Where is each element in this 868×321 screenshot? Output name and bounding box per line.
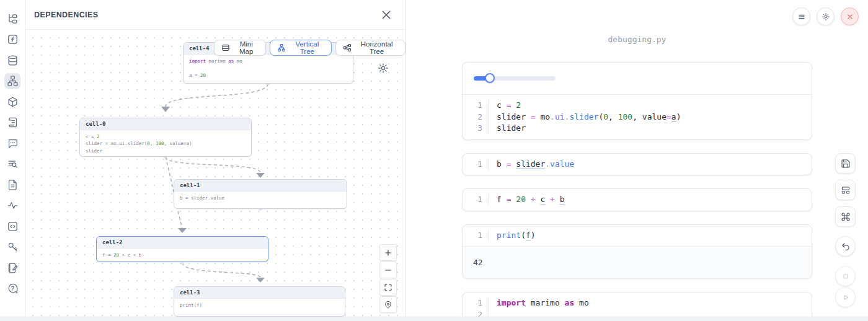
plus-icon xyxy=(384,248,392,257)
cell-editor[interactable]: 1c = 22slider = mo.ui.slider(0, 100, val… xyxy=(463,95,812,139)
sidebar-item-documentation[interactable] xyxy=(4,177,20,193)
arrowhead-icon xyxy=(178,228,187,233)
layout-button[interactable] xyxy=(835,180,856,200)
cell-editor[interactable]: 1f = 20 + c + b xyxy=(463,189,812,211)
gear-icon xyxy=(822,12,830,21)
code-line: slider xyxy=(86,147,246,154)
notebook-menu-button[interactable] xyxy=(792,7,810,25)
graph-settings-button[interactable] xyxy=(378,63,389,74)
zoom-in-button[interactable] xyxy=(379,244,397,261)
graph-node-code: c = 2slider = mo.ui.slider(0, 100, value… xyxy=(80,130,251,157)
slider-widget[interactable] xyxy=(474,76,556,81)
cell-editor[interactable]: 1print(f) xyxy=(463,225,812,247)
sidebar-item-scratchpad[interactable] xyxy=(4,260,20,276)
graph-node-cell-3[interactable]: cell-3print(f) xyxy=(174,286,345,317)
stop-icon xyxy=(841,271,851,281)
sidebar-item-functions[interactable] xyxy=(4,32,20,48)
view-button-horizontal-tree[interactable]: Horizontal Tree xyxy=(335,40,405,56)
code-line: f = 20 + c + b xyxy=(102,252,262,258)
cell-editor[interactable]: 1b = slider.value xyxy=(463,154,812,175)
horizontal-tree-icon xyxy=(343,43,352,52)
fit-view-button[interactable] xyxy=(379,279,397,296)
sidebar-item-help[interactable] xyxy=(4,281,20,297)
stop-button xyxy=(835,266,856,286)
line-number: 1 xyxy=(463,297,489,309)
sidebar-item-chat[interactable] xyxy=(4,135,20,151)
command-palette-button[interactable] xyxy=(835,206,856,227)
sidebar-item-datasources[interactable] xyxy=(4,52,20,68)
graph-node-code: import marimo as mo a = 20 xyxy=(184,55,353,82)
notebook-cell: 1c = 22slider = mo.ui.slider(0, 100, val… xyxy=(462,62,812,140)
menu-icon xyxy=(797,12,806,21)
functions-icon xyxy=(7,33,19,45)
line-number: 1 xyxy=(463,159,489,170)
save-button[interactable] xyxy=(835,153,856,174)
settings-button[interactable] xyxy=(817,7,835,25)
sidebar-item-file-tree[interactable] xyxy=(4,11,20,27)
code-line: c = 2 xyxy=(86,133,246,140)
close-icon xyxy=(846,12,854,21)
graph-node-title: cell-2 xyxy=(97,237,268,248)
line-number: 1 xyxy=(463,100,489,112)
graph-view-toolbar: Mini MapVertical TreeHorizontal Tree xyxy=(214,40,405,56)
center-node-button[interactable] xyxy=(379,296,397,313)
code-text: c = 2 xyxy=(489,100,521,112)
file-tree-icon xyxy=(7,13,19,25)
graph-node-code: b = slider.value xyxy=(174,191,347,204)
save-icon xyxy=(841,159,851,169)
zoom-out-button[interactable] xyxy=(379,262,397,278)
code-line: a = 20 xyxy=(189,72,347,79)
arrowhead-icon xyxy=(256,278,265,283)
code-line: 1b = slider.value xyxy=(463,159,812,170)
code-line: print(f) xyxy=(180,302,339,309)
view-button-vertical-tree[interactable]: Vertical Tree xyxy=(270,40,332,56)
view-button-mini-map[interactable]: Mini Map xyxy=(214,40,266,56)
search-list-icon xyxy=(7,158,19,170)
code-line: b = slider.value xyxy=(180,195,341,201)
close-panel-button[interactable] xyxy=(379,8,393,22)
code-line: 1c = 2 xyxy=(463,100,812,112)
sidebar-item-snippets[interactable] xyxy=(4,218,20,234)
code-text: f = 20 + c + b xyxy=(489,194,565,206)
graph-node-code: print(f) xyxy=(174,299,345,312)
sidebar-item-secrets[interactable] xyxy=(4,239,20,255)
sidebar-item-search-logs[interactable] xyxy=(4,156,20,172)
graph-node-cell-2[interactable]: cell-2f = 20 + c + b xyxy=(96,236,268,262)
dependencies-panel: DEPENDENCIES xyxy=(25,0,406,317)
graph-zoom-controls xyxy=(379,244,397,313)
horizontal-scrollbar[interactable] xyxy=(0,317,868,321)
undo-icon xyxy=(841,242,851,252)
slider-thumb[interactable] xyxy=(485,73,495,83)
graph-node-cell-0[interactable]: cell-0c = 2slider = mo.ui.slider(0, 100,… xyxy=(79,118,252,157)
notebook-cell: 1f = 20 + c + b xyxy=(462,188,812,211)
code-text: print(f) xyxy=(489,230,536,242)
code-line: 1f = 20 + c + b xyxy=(463,194,812,206)
sidebar-item-packages[interactable] xyxy=(4,94,20,110)
graph-node-cell-1[interactable]: cell-1b = slider.value xyxy=(174,179,347,209)
undo-button[interactable] xyxy=(835,236,856,257)
logs-icon xyxy=(7,117,19,128)
sidebar-item-logs[interactable] xyxy=(4,115,20,131)
line-number: 1 xyxy=(463,194,489,206)
rows-icon xyxy=(221,43,230,52)
key-icon xyxy=(7,241,19,253)
package-icon xyxy=(7,96,19,108)
view-button-label: Mini Map xyxy=(234,40,259,55)
notebook-filename[interactable]: debugging.py xyxy=(462,35,812,44)
layout-icon xyxy=(841,185,851,195)
gear-icon xyxy=(378,63,389,74)
dependencies-panel-header: DEPENDENCIES xyxy=(25,0,405,30)
code-text: import marimo as mo xyxy=(489,297,589,309)
shutdown-button[interactable] xyxy=(841,7,859,25)
notebook-cells: 1c = 22slider = mo.ui.slider(0, 100, val… xyxy=(462,62,812,321)
graph-node-title: cell-1 xyxy=(174,180,347,191)
helper-panel-rail xyxy=(0,0,25,317)
edge-cell0-cell1 xyxy=(166,157,260,173)
close-icon xyxy=(379,8,393,22)
maximize-icon xyxy=(384,283,392,292)
notebook-cell: 1b = slider.value xyxy=(462,153,812,176)
sidebar-item-tracing[interactable] xyxy=(4,198,20,214)
notebook-cell: 1print(f)42 xyxy=(462,224,812,279)
code-text: b = slider.value xyxy=(489,159,574,170)
sidebar-item-dependencies[interactable] xyxy=(4,73,20,89)
